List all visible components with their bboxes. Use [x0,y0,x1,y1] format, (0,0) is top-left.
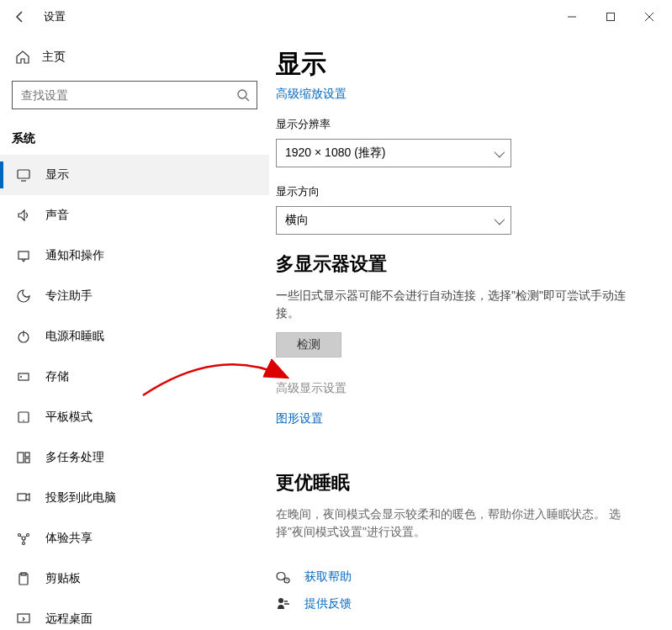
sidebar-item-5[interactable]: 存储 [0,357,269,397]
sidebar-item-11[interactable]: 远程桌面 [0,599,269,630]
storage-icon [15,368,32,385]
sidebar-item-label: 平板模式 [45,410,93,425]
sidebar-item-6[interactable]: 平板模式 [0,397,269,437]
svg-point-12 [23,420,24,421]
remote-desktop-icon [15,611,32,627]
advanced-display-link[interactable]: 高级显示设置 [276,381,672,396]
sidebar-item-8[interactable]: 投影到此电脑 [0,478,269,518]
svg-point-2 [238,90,246,98]
power-icon [15,328,32,345]
notifications-icon [15,247,32,264]
chevron-down-icon [495,146,502,160]
feedback-icon [276,596,291,611]
focus-assist-icon [15,288,32,304]
display-icon [15,167,32,183]
multitask-icon [15,449,32,466]
sidebar-item-0[interactable]: 显示 [0,155,269,195]
sound-icon [15,207,32,224]
svg-point-10 [20,376,22,378]
chevron-down-icon [495,214,502,227]
feedback-link[interactable]: 提供反馈 [304,596,352,611]
orientation-dropdown[interactable]: 横向 [276,206,511,235]
titlebar: 设置 [0,0,672,34]
section-label: 系统 [0,116,269,155]
sidebar-item-2[interactable]: 通知和操作 [0,236,269,276]
sleep-heading: 更优睡眠 [276,470,672,495]
svg-rect-13 [18,453,24,463]
sidebar-item-label: 多任务处理 [45,450,104,465]
svg-line-3 [246,98,249,101]
help-link[interactable]: 获取帮助 [304,569,352,585]
svg-rect-6 [19,251,29,259]
svg-rect-14 [25,453,29,457]
sidebar-item-7[interactable]: 多任务处理 [0,437,269,478]
search-icon [236,88,250,102]
sidebar-item-label: 剪贴板 [45,571,81,586]
sidebar-item-label: 电源和睡眠 [45,329,104,344]
svg-rect-1 [607,13,615,21]
maximize-button[interactable] [591,3,630,30]
sidebar-item-10[interactable]: 剪贴板 [0,559,269,599]
resolution-label: 显示分辨率 [276,117,672,132]
sidebar-item-label: 专注助手 [45,289,93,304]
project-icon [15,490,32,506]
graphics-link[interactable]: 图形设置 [276,411,323,426]
sidebar-item-3[interactable]: 专注助手 [0,276,269,316]
svg-rect-16 [18,494,26,500]
sidebar-item-label: 远程桌面 [45,611,93,627]
multi-display-heading: 多显示器设置 [276,251,672,277]
home-label: 主页 [42,50,66,65]
page-title: 显示 [276,47,672,82]
svg-text:?: ? [286,578,288,583]
sidebar-item-1[interactable]: 声音 [0,195,269,236]
home-nav[interactable]: 主页 [0,40,269,74]
sidebar: 主页 系统 显示声音通知和操作专注助手电源和睡眠存储平板模式多任务处理投影到此电… [0,34,269,630]
search-box[interactable] [12,81,257,109]
home-icon [15,50,30,65]
sidebar-item-label: 存储 [45,369,69,384]
orientation-label: 显示方向 [276,184,672,199]
orientation-value: 横向 [285,213,309,228]
tablet-icon [15,409,32,426]
svg-point-20 [23,543,25,545]
search-input[interactable] [21,88,236,102]
advanced-scaling-link[interactable]: 高级缩放设置 [276,87,347,102]
sidebar-item-label: 投影到此电脑 [45,490,116,506]
help-icon: ? [276,569,291,585]
resolution-dropdown[interactable]: 1920 × 1080 (推荐) [276,139,511,167]
sidebar-item-4[interactable]: 电源和睡眠 [0,316,269,357]
content-area: 显示 高级缩放设置 显示分辨率 1920 × 1080 (推荐) 显示方向 横向… [269,34,672,630]
svg-point-27 [278,598,283,603]
multi-display-desc: 一些旧式显示器可能不会进行自动连接，选择"检测"即可尝试手动连接。 [276,287,629,322]
clipboard-icon [15,570,32,587]
sidebar-item-label: 声音 [45,208,69,223]
shared-experiences-icon [15,530,32,547]
sleep-desc: 在晚间，夜间模式会显示较柔和的暖色，帮助你进入睡眠状态。 选择"夜间模式设置"进… [276,506,629,541]
close-button[interactable] [630,3,669,30]
svg-rect-9 [19,373,29,380]
back-button[interactable] [3,0,37,34]
sidebar-item-label: 通知和操作 [45,248,104,263]
svg-point-24 [277,573,285,580]
app-title: 设置 [44,9,66,24]
detect-button[interactable]: 检测 [276,332,341,357]
svg-rect-4 [18,170,29,178]
resolution-value: 1920 × 1080 (推荐) [285,146,385,161]
sidebar-item-9[interactable]: 体验共享 [0,518,269,559]
minimize-button[interactable] [553,3,591,30]
sidebar-item-label: 体验共享 [45,531,93,546]
svg-rect-15 [25,458,29,463]
sidebar-item-label: 显示 [45,167,69,183]
